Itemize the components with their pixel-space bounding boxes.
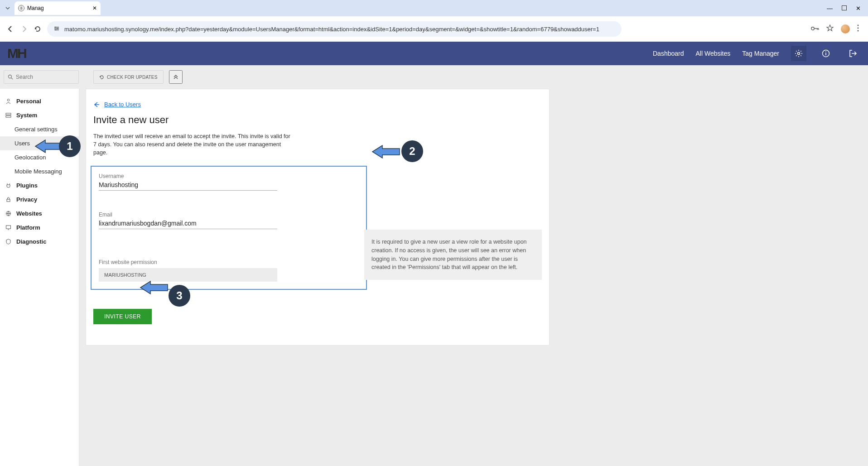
header-nav: Dashboard All Websites Tag Manager [653,46,861,61]
username-label: Username [99,173,359,179]
window-close-icon[interactable]: ✕ [856,5,861,12]
content-card: Back to Users Invite a new user The invi… [86,89,550,346]
key-icon[interactable] [811,25,819,33]
info-panel: It is required to give a new user a view… [364,230,542,280]
sidebar-item-personal[interactable]: Personal [0,94,79,108]
app-logo[interactable]: MH [7,46,26,61]
svg-rect-18 [6,226,11,229]
permission-select[interactable]: MARIUSHOSTING [99,268,277,282]
invite-form: Username Email First website permission … [91,166,367,290]
gear-icon[interactable] [791,46,806,61]
top-toolbar: Search CHECK FOR UPDATES [0,65,868,89]
page-title: Invite a new user [86,108,549,132]
svg-rect-15 [6,116,11,118]
annotation-arrow-2 [372,143,404,161]
minimize-icon[interactable]: — [827,5,833,12]
sidebar-item-platform[interactable]: Platform [0,221,79,235]
plug-icon [5,183,12,188]
check-updates-label: CHECK FOR UPDATES [107,75,158,80]
permission-label: First website permission [99,259,359,265]
sidebar-item-diagnostic[interactable]: Diagnostic [0,235,79,249]
email-label: Email [99,211,359,218]
annotation-circle-1: 1 [59,135,81,157]
sidebar-item-general-settings[interactable]: General settings [0,122,79,136]
svg-rect-16 [7,199,10,202]
search-placeholder: Search [16,74,33,80]
arrow-left-icon [93,101,100,108]
url-bar[interactable]: matomo.mariushosting.synology.me/index.p… [47,21,622,37]
email-input[interactable] [99,218,277,229]
tab-strip: Manag ✕ — ✕ [0,0,868,16]
globe-icon [5,211,12,216]
sidebar-item-privacy[interactable]: Privacy [0,192,79,207]
reload-icon[interactable] [34,25,42,33]
lock-icon [5,197,12,202]
collapse-icon[interactable] [169,70,183,84]
back-icon[interactable] [6,25,14,33]
avatar[interactable] [841,24,850,34]
svg-marker-20 [140,281,168,294]
server-icon [5,112,12,118]
check-updates-button[interactable]: CHECK FOR UPDATES [93,70,164,84]
sidebar-item-mobile-messaging[interactable]: Mobile Messaging [0,164,79,178]
app-header: MH Dashboard All Websites Tag Manager [0,42,868,65]
nav-all-websites[interactable]: All Websites [696,50,731,57]
svg-point-1 [55,27,56,28]
monitor-icon [5,225,12,231]
close-icon[interactable]: ✕ [92,5,97,11]
svg-point-13 [7,99,10,101]
back-to-users-link[interactable]: Back to Users [86,101,549,108]
forward-icon[interactable] [20,25,28,33]
permission-value: MARIUSHOSTING [104,272,146,278]
maximize-icon[interactable] [842,5,847,12]
invite-user-button[interactable]: INVITE USER [93,309,152,324]
kebab-icon[interactable] [857,24,859,34]
annotation-circle-2: 2 [401,140,423,162]
username-input[interactable] [99,179,277,191]
svg-point-12 [9,75,12,78]
browser-chrome: Manag ✕ — ✕ matomo.mariushosting.synolog… [0,0,868,42]
svg-rect-0 [842,5,847,10]
refresh-icon [99,75,104,80]
svg-marker-21 [35,140,63,153]
annotation-circle-3: 3 [169,285,190,307]
person-icon [5,98,12,104]
svg-marker-19 [372,145,400,158]
svg-point-2 [57,28,58,29]
svg-point-8 [798,53,800,55]
annotation-arrow-3 [140,279,172,297]
browser-tab[interactable]: Manag ✕ [14,1,101,15]
sidebar-item-system[interactable]: System [0,108,79,122]
svg-point-7 [858,30,859,32]
page-description: The invited user will receive an email t… [86,132,294,157]
site-settings-icon[interactable] [53,25,60,33]
url-text: matomo.mariushosting.synology.me/index.p… [64,26,599,33]
svg-rect-11 [825,53,826,55]
back-link-label: Back to Users [104,101,141,108]
nav-dashboard[interactable]: Dashboard [653,50,684,57]
tab-title: Manag [27,5,44,11]
shield-icon [5,239,12,245]
sidebar-item-websites[interactable]: Websites [0,207,79,221]
logout-icon[interactable] [845,46,861,61]
search-icon [8,74,13,80]
svg-point-5 [858,25,859,26]
svg-rect-14 [6,113,11,115]
workspace: Personal System General settings Users G… [0,89,868,466]
sidebar-item-plugins[interactable]: Plugins [0,178,79,192]
globe-icon [18,5,24,11]
main-content: Back to Users Invite a new user The invi… [79,89,868,466]
nav-tag-manager[interactable]: Tag Manager [742,50,779,57]
tab-dropdown-icon[interactable] [4,4,12,12]
svg-point-3 [55,29,57,31]
star-icon[interactable] [826,24,834,34]
svg-point-10 [825,52,826,53]
svg-point-6 [858,28,859,29]
invite-user-label: INVITE USER [104,313,141,320]
window-controls: — ✕ [827,5,868,12]
info-icon[interactable] [818,46,834,61]
address-row: matomo.mariushosting.synology.me/index.p… [0,16,868,42]
svg-point-4 [811,27,814,30]
search-input[interactable]: Search [4,70,79,84]
